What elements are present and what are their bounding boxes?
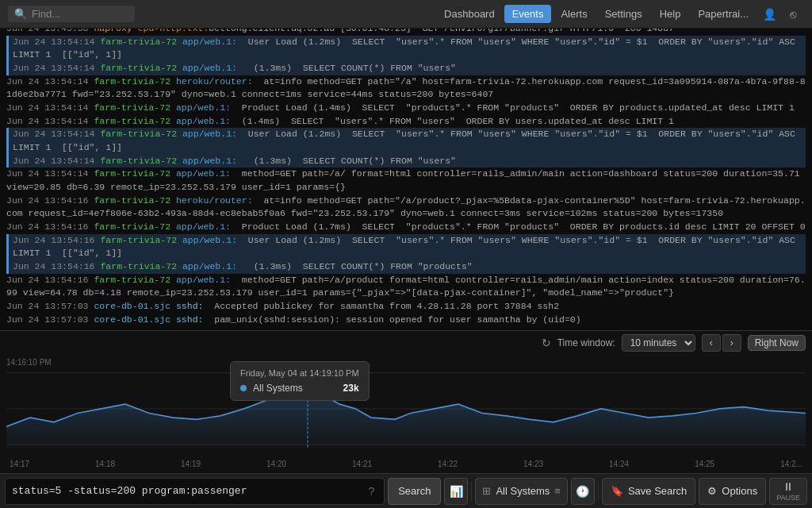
save-search-button[interactable]: 🔖 Save Search: [602, 478, 695, 505]
log-line: Jun 24 13:54:14 farm-trivia-72 heroku/ro…: [6, 75, 806, 102]
log-line: Jun 24 13:54:14 farm-trivia-72 app/web.1…: [6, 36, 806, 62]
x-label-1: 14:18: [95, 460, 115, 468]
log-line: Jun 24 13:54:16 farm-trivia-72 app/web.1…: [6, 260, 806, 274]
options-button[interactable]: ⚙ Options: [699, 478, 766, 505]
right-now-button[interactable]: Right Now: [748, 335, 806, 351]
log-line: Jun 24 13:54:14 farm-trivia-72 app/web.1…: [6, 155, 806, 168]
x-label-4: 14:21: [352, 460, 372, 468]
x-label-6: 14:23: [523, 460, 543, 468]
logout-icon[interactable]: ⎋: [782, 3, 804, 25]
chart-svg-container: 14:16:10 PM Friday, May 04 at 14:19:10 P…: [0, 355, 812, 458]
search-button[interactable]: Search: [388, 478, 441, 505]
x-label-0: 14:17: [10, 460, 29, 468]
log-line: Jun 24 13:54:16 farm-trivia-72 app/web.1…: [6, 274, 806, 300]
pause-button[interactable]: ⏸ PAUSE: [769, 478, 807, 505]
divider-2: [598, 482, 599, 501]
time-window-label: Time window:: [557, 337, 615, 348]
log-line: Jun 24 13:54:14 farm-trivia-72 app/web.1…: [6, 128, 806, 154]
x-label-7: 14:24: [609, 460, 629, 468]
bottom-bar: ? Search 📊 ⊞ All Systems ≡ 🕐 🔖 Save Sear…: [0, 473, 812, 508]
chart-timestamp-left: 14:16:10 PM: [6, 358, 52, 367]
chart-nav-arrows: ‹ ›: [702, 334, 741, 352]
user-icon[interactable]: 👤: [758, 3, 780, 25]
x-label-9: 14:2...: [780, 460, 802, 468]
top-nav: 🔍 Find... Dashboard Events Alerts Settin…: [0, 0, 812, 29]
chart-svg: [6, 355, 806, 458]
nav-events[interactable]: Events: [504, 5, 552, 23]
nav-links: Dashboard Events Alerts Settings Help Pa…: [436, 3, 804, 25]
chart-toggle-button[interactable]: 📊: [444, 478, 468, 505]
global-search[interactable]: 🔍 Find...: [8, 6, 135, 22]
log-line: Jun 24 13:54:14 farm-trivia-72 app/web.1…: [6, 167, 806, 194]
grid-icon: ⊞: [482, 485, 491, 497]
x-label-3: 14:20: [266, 460, 286, 468]
pause-icon: ⏸: [783, 480, 794, 493]
nav-dashboard[interactable]: Dashboard: [436, 5, 503, 23]
log-line: Jun 24 13:54:14 farm-trivia-72 app/web.1…: [6, 62, 806, 75]
help-icon[interactable]: ?: [365, 483, 377, 499]
pause-label: PAUSE: [776, 494, 800, 502]
log-line: Jun 24 13:54:14 farm-trivia-72 app/web.1…: [6, 115, 806, 129]
x-label-2: 14:19: [181, 460, 201, 468]
x-label-5: 14:22: [438, 460, 458, 468]
search-input[interactable]: [12, 485, 360, 497]
all-systems-button[interactable]: ⊞ All Systems ≡: [475, 478, 568, 505]
gear-icon: ⚙: [707, 485, 717, 497]
log-line: Jun 24 13:57:03 core-db-01.sjc sshd: Acc…: [6, 300, 806, 314]
chart-prev-btn[interactable]: ‹: [702, 334, 721, 352]
log-line: Jun 24 13:54:16 farm-trivia-72 heroku/ro…: [6, 194, 806, 221]
all-systems-label: All Systems: [496, 485, 550, 497]
nav-settings[interactable]: Settings: [597, 5, 650, 23]
save-search-label: Save Search: [628, 485, 687, 497]
divider-1: [471, 482, 472, 501]
chart-area: ↻ Time window: 10 minutes 30 minutes 1 h…: [0, 330, 812, 473]
log-line: Jun 24 13:57:03 core-db-01.sjc sshd: pam…: [6, 314, 806, 327]
x-labels: 14:17 14:18 14:19 14:20 14:21 14:22 14:2…: [0, 458, 812, 470]
search-input-wrap: ?: [5, 478, 385, 505]
search-placeholder: Find...: [32, 8, 60, 20]
clock-button[interactable]: 🕐: [571, 478, 595, 505]
nav-alerts[interactable]: Alerts: [553, 5, 595, 23]
nav-papertrai[interactable]: Papertrai...: [690, 5, 756, 23]
log-line: Jun 24 13:45:58 haproxy epa-http.txt:bet…: [6, 29, 806, 36]
nav-help[interactable]: Help: [652, 5, 689, 23]
chart-toolbar: ↻ Time window: 10 minutes 30 minutes 1 h…: [0, 331, 812, 355]
refresh-icon[interactable]: ↻: [542, 337, 551, 349]
log-line: Jun 24 13:54:14 farm-trivia-72 app/web.1…: [6, 102, 806, 115]
svg-point-4: [304, 383, 311, 390]
x-label-8: 14:25: [695, 460, 714, 468]
time-window-select[interactable]: 10 minutes 30 minutes 1 hour: [622, 334, 695, 352]
log-area: Jun 24 13:45:50 haproxy epa-http.txt:202…: [0, 29, 812, 330]
list-icon: ≡: [554, 485, 561, 497]
chart-next-btn[interactable]: ›: [722, 334, 741, 352]
options-label: Options: [722, 485, 757, 497]
log-line: Jun 24 13:54:16 farm-trivia-72 app/web.1…: [6, 234, 806, 260]
log-line: Jun 24 13:54:16 farm-trivia-72 app/web.1…: [6, 221, 806, 234]
bookmark-icon: 🔖: [611, 485, 623, 497]
search-icon: 🔍: [14, 8, 27, 20]
